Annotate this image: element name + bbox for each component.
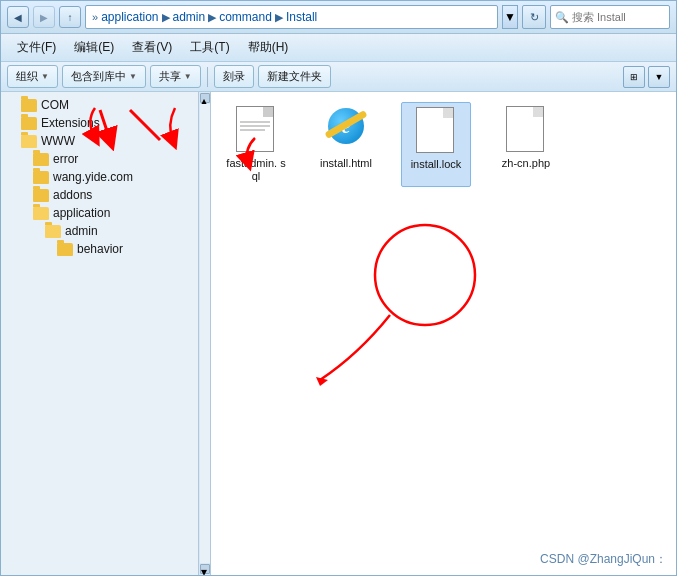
file-item-zh-cn-php[interactable]: zh-cn.php — [491, 102, 561, 187]
sidebar-item-error[interactable]: error — [1, 150, 198, 168]
folder-icon-admin — [45, 225, 61, 238]
path-separator: » — [92, 11, 98, 23]
include-button[interactable]: 包含到库中 ▼ — [62, 65, 146, 88]
file-item-install-html[interactable]: e install.html — [311, 102, 381, 187]
folder-icon-com — [21, 99, 37, 112]
sidebar-label-wang: wang.yide.com — [53, 170, 133, 184]
menu-edit[interactable]: 编辑(E) — [66, 37, 122, 58]
file-icon-html: e — [326, 106, 366, 154]
sidebar-item-wang[interactable]: wang.yide.com — [1, 168, 198, 186]
refresh-button[interactable]: ↻ — [522, 5, 546, 29]
sidebar-item-application[interactable]: application — [1, 204, 198, 222]
file-icon-lock — [416, 107, 456, 155]
folder-icon-extensions — [21, 117, 37, 130]
file-label-html: install.html — [320, 157, 372, 170]
main-content: COM Extensions WWW error — [1, 92, 676, 575]
menu-bar: 文件(F) 编辑(E) 查看(V) 工具(T) 帮助(H) — [1, 34, 676, 62]
share-arrow: ▼ — [184, 72, 192, 81]
sidebar-wrapper: COM Extensions WWW error — [1, 92, 211, 575]
menu-view[interactable]: 查看(V) — [124, 37, 180, 58]
organize-arrow: ▼ — [41, 72, 49, 81]
organize-button[interactable]: 组织 ▼ — [7, 65, 58, 88]
folder-icon-application — [33, 207, 49, 220]
folder-icon-behavior — [57, 243, 73, 256]
sidebar-item-www[interactable]: WWW — [1, 132, 198, 150]
toolbar: 组织 ▼ 包含到库中 ▼ 共享 ▼ 刻录 新建文件夹 ⊞ ▼ — [1, 62, 676, 92]
search-box: 🔍 — [550, 5, 670, 29]
toolbar-separator — [207, 67, 208, 87]
address-path: » application ▶ admin ▶ command ▶ Instal… — [85, 5, 498, 29]
watermark: CSDN @ZhangJiQun： — [540, 551, 667, 568]
sidebar-label-addons: addons — [53, 188, 92, 202]
sidebar-label-www: WWW — [41, 134, 75, 148]
new-folder-button[interactable]: 新建文件夹 — [258, 65, 331, 88]
sidebar-label-com: COM — [41, 98, 69, 112]
sidebar: COM Extensions WWW error — [1, 92, 198, 575]
sidebar-label-extensions: Extensions — [41, 116, 100, 130]
toolbar-right: ⊞ ▼ — [623, 66, 670, 88]
window: ◀ ▶ ↑ » application ▶ admin ▶ command ▶ … — [0, 0, 677, 576]
path-part-command[interactable]: command — [219, 10, 272, 24]
organize-label: 组织 — [16, 69, 38, 84]
file-icon-sql — [236, 106, 276, 154]
back-button[interactable]: ◀ — [7, 6, 29, 28]
menu-file[interactable]: 文件(F) — [9, 37, 64, 58]
folder-icon-wang — [33, 171, 49, 184]
sidebar-scrollbar[interactable]: ▴ ▾ — [198, 92, 210, 575]
path-part-admin[interactable]: admin — [173, 10, 206, 24]
folder-icon-www — [21, 135, 37, 148]
sidebar-item-addons[interactable]: addons — [1, 186, 198, 204]
address-bar: ◀ ▶ ↑ » application ▶ admin ▶ command ▶ … — [1, 1, 676, 34]
view-icon-btn[interactable]: ⊞ — [623, 66, 645, 88]
file-label-lock: install.lock — [411, 158, 462, 171]
menu-help[interactable]: 帮助(H) — [240, 37, 297, 58]
view-more-btn[interactable]: ▼ — [648, 66, 670, 88]
sidebar-label-application: application — [53, 206, 110, 220]
sidebar-item-behavior[interactable]: behavior — [1, 240, 198, 258]
search-input[interactable] — [572, 11, 662, 23]
file-item-install-lock[interactable]: install.lock — [401, 102, 471, 187]
sidebar-label-admin: admin — [65, 224, 98, 238]
include-arrow: ▼ — [129, 72, 137, 81]
record-button[interactable]: 刻录 — [214, 65, 254, 88]
share-button[interactable]: 共享 ▼ — [150, 65, 201, 88]
file-item-fastadmin-sql[interactable]: fastadmin. sql — [221, 102, 291, 187]
file-label-sql: fastadmin. sql — [225, 157, 287, 183]
scrollbar-track — [200, 104, 210, 563]
include-label: 包含到库中 — [71, 69, 126, 84]
folder-icon-error — [33, 153, 49, 166]
sidebar-item-extensions[interactable]: Extensions — [1, 114, 198, 132]
sidebar-label-behavior: behavior — [77, 242, 123, 256]
record-label: 刻录 — [223, 69, 245, 84]
file-label-php: zh-cn.php — [502, 157, 550, 170]
sidebar-item-com[interactable]: COM — [1, 96, 198, 114]
path-arrow-3: ▶ — [275, 11, 283, 24]
scrollbar-down[interactable]: ▾ — [200, 564, 210, 574]
up-button[interactable]: ↑ — [59, 6, 81, 28]
folder-icon-addons — [33, 189, 49, 202]
new-folder-label: 新建文件夹 — [267, 69, 322, 84]
sidebar-label-error: error — [53, 152, 78, 166]
sidebar-item-admin[interactable]: admin — [1, 222, 198, 240]
address-dropdown-button[interactable]: ▼ — [502, 5, 518, 29]
search-icon: 🔍 — [555, 11, 569, 24]
file-area: fastadmin. sql e install.html — [211, 92, 676, 575]
forward-button[interactable]: ▶ — [33, 6, 55, 28]
menu-tools[interactable]: 工具(T) — [182, 37, 237, 58]
path-part-install[interactable]: Install — [286, 10, 317, 24]
scrollbar-up[interactable]: ▴ — [200, 93, 210, 103]
path-arrow-1: ▶ — [162, 11, 170, 24]
share-label: 共享 — [159, 69, 181, 84]
file-icon-php — [506, 106, 546, 154]
path-part-application[interactable]: application — [101, 10, 158, 24]
path-arrow-2: ▶ — [208, 11, 216, 24]
